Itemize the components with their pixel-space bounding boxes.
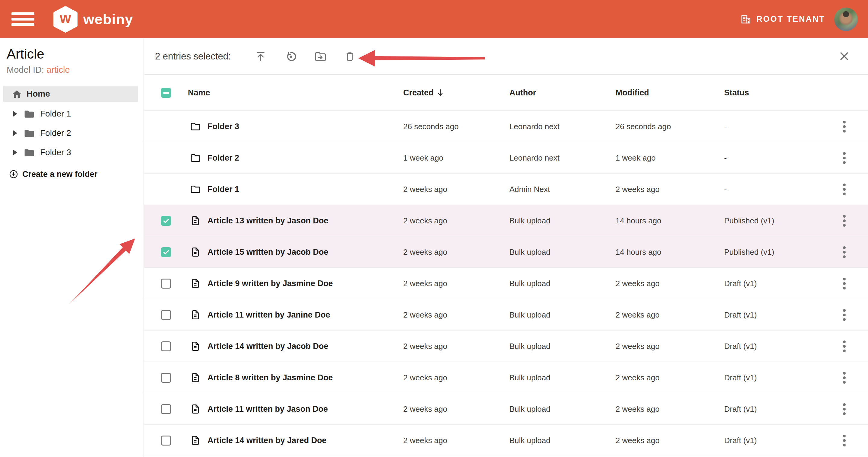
row-menu-button[interactable]: [837, 119, 851, 134]
select-all-checkbox[interactable]: [161, 88, 171, 98]
row-menu-button[interactable]: [837, 370, 851, 385]
close-icon: [838, 50, 850, 62]
row-checkbox[interactable]: [161, 216, 171, 226]
row-menu-button[interactable]: [837, 213, 851, 228]
avatar[interactable]: [834, 7, 858, 31]
folder-filled-icon: [24, 128, 35, 138]
row-menu-button[interactable]: [837, 433, 851, 448]
table-row[interactable]: Article 9 written by Jasmine Doe2 weeks …: [144, 268, 868, 299]
row-author: Bulk upload: [509, 299, 550, 331]
table-row[interactable]: Folder 326 seconds agoLeonardo next26 se…: [144, 111, 868, 142]
folder-icon: [190, 121, 201, 131]
document-icon: [190, 247, 200, 257]
create-folder-label: Create a new folder: [22, 170, 97, 179]
column-header-created[interactable]: Created: [403, 75, 444, 111]
sidebar-item-folder[interactable]: Folder 3: [0, 143, 144, 162]
row-name[interactable]: Article 14 written by Jacob Doe: [208, 331, 329, 362]
row-checkbox[interactable]: [161, 310, 171, 320]
table-row[interactable]: Folder 12 weeks agoAdmin Next2 weeks ago…: [144, 174, 868, 205]
expand-caret-icon[interactable]: [13, 150, 17, 155]
row-modified: 2 weeks ago: [616, 393, 660, 425]
selection-toolbar: 2 entries selected:: [144, 38, 868, 75]
expand-caret-icon[interactable]: [13, 131, 17, 136]
row-menu-button[interactable]: [837, 308, 851, 322]
publish-button[interactable]: [253, 49, 268, 64]
column-header-status: Status: [724, 75, 749, 111]
sort-desc-icon: [437, 89, 444, 96]
row-author: Bulk upload: [509, 393, 550, 425]
row-name[interactable]: Folder 1: [208, 174, 239, 205]
move-to-folder-button[interactable]: [313, 49, 328, 64]
row-created: 2 weeks ago: [403, 362, 447, 393]
sidebar-folder-label: Folder 3: [40, 148, 71, 157]
create-folder-button[interactable]: Create a new folder: [0, 166, 144, 182]
row-name[interactable]: Article 8 written by Jasmine Doe: [208, 362, 333, 393]
row-menu-button[interactable]: [837, 245, 851, 259]
row-checkbox[interactable]: [161, 404, 171, 414]
row-checkbox[interactable]: [161, 341, 171, 351]
table-row[interactable]: Folder 21 week agoLeonardo next1 week ag…: [144, 142, 868, 174]
row-menu-button[interactable]: [837, 402, 851, 416]
table-row[interactable]: Article 13 written by Jason Doe2 weeks a…: [144, 205, 868, 236]
sidebar-item-folder[interactable]: Folder 1: [0, 104, 144, 123]
row-modified: 26 seconds ago: [616, 111, 671, 142]
row-checkbox[interactable]: [161, 247, 171, 257]
table-row[interactable]: Article 14 written by Jacob Doe2 weeks a…: [144, 331, 868, 362]
row-menu-button[interactable]: [837, 151, 851, 165]
sidebar-item-home[interactable]: Home: [3, 86, 138, 102]
column-header-modified: Modified: [616, 75, 649, 111]
unpublish-button[interactable]: [283, 49, 298, 64]
check-icon: [162, 217, 170, 225]
row-status: Published (v1): [724, 236, 774, 268]
row-created: 2 weeks ago: [403, 236, 447, 268]
row-status: Draft (v1): [724, 268, 757, 299]
row-created: 2 weeks ago: [403, 268, 447, 299]
row-name[interactable]: Article 9 written by Jasmine Doe: [208, 268, 333, 299]
row-checkbox[interactable]: [161, 279, 171, 289]
row-status: -: [724, 111, 727, 142]
row-menu-button[interactable]: [837, 182, 851, 197]
model-id: Model ID: article: [7, 65, 144, 75]
webiny-logo[interactable]: W webiny: [53, 6, 133, 33]
row-name[interactable]: Article 13 written by Jason Doe: [208, 205, 329, 236]
table-header: Name Created Author Modified Status: [144, 75, 868, 111]
expand-caret-icon[interactable]: [13, 111, 17, 116]
document-icon: [190, 278, 200, 289]
table-row[interactable]: Article 15 written by Jacob Doe2 weeks a…: [144, 236, 868, 268]
row-menu-button[interactable]: [837, 276, 851, 291]
row-checkbox[interactable]: [161, 373, 171, 383]
content: 2 entries selected:: [144, 38, 868, 457]
table-row[interactable]: Article 11 written by Janine Doe2 weeks …: [144, 299, 868, 331]
row-name[interactable]: Folder 3: [208, 111, 239, 142]
restore-icon: [284, 50, 297, 63]
row-name[interactable]: Article 14 written by Jared Doe: [208, 425, 327, 456]
document-icon: [190, 435, 200, 446]
row-name[interactable]: Folder 2: [208, 142, 239, 174]
close-selection-button[interactable]: [837, 49, 851, 64]
column-header-author: Author: [509, 75, 536, 111]
sidebar-item-folder[interactable]: Folder 2: [0, 123, 144, 143]
document-icon: [190, 309, 200, 320]
row-name[interactable]: Article 11 written by Janine Doe: [208, 299, 330, 331]
row-status: Draft (v1): [724, 393, 757, 425]
row-created: 1 week ago: [403, 142, 443, 174]
row-created: 26 seconds ago: [403, 111, 459, 142]
table-body: Folder 326 seconds agoLeonardo next26 se…: [144, 111, 868, 456]
row-modified: 2 weeks ago: [616, 425, 660, 456]
row-modified: 2 weeks ago: [616, 331, 660, 362]
row-name[interactable]: Article 11 written by Jason Doe: [208, 393, 328, 425]
webiny-hexagon-icon: W: [53, 6, 78, 33]
row-checkbox[interactable]: [161, 435, 171, 446]
row-status: Draft (v1): [724, 362, 757, 393]
plus-circle-icon: [9, 170, 18, 179]
table-row[interactable]: Article 14 written by Jared Doe2 weeks a…: [144, 425, 868, 456]
sidebar-home-label: Home: [27, 89, 50, 99]
table-row[interactable]: Article 8 written by Jasmine Doe2 weeks …: [144, 362, 868, 393]
row-name[interactable]: Article 15 written by Jacob Doe: [208, 236, 329, 268]
column-header-name: Name: [188, 75, 210, 111]
delete-button[interactable]: [343, 49, 357, 64]
tenant-selector[interactable]: ROOT TENANT: [740, 13, 825, 25]
table-row[interactable]: Article 11 written by Jason Doe2 weeks a…: [144, 393, 868, 425]
menu-icon[interactable]: [11, 11, 34, 27]
row-menu-button[interactable]: [837, 339, 851, 353]
